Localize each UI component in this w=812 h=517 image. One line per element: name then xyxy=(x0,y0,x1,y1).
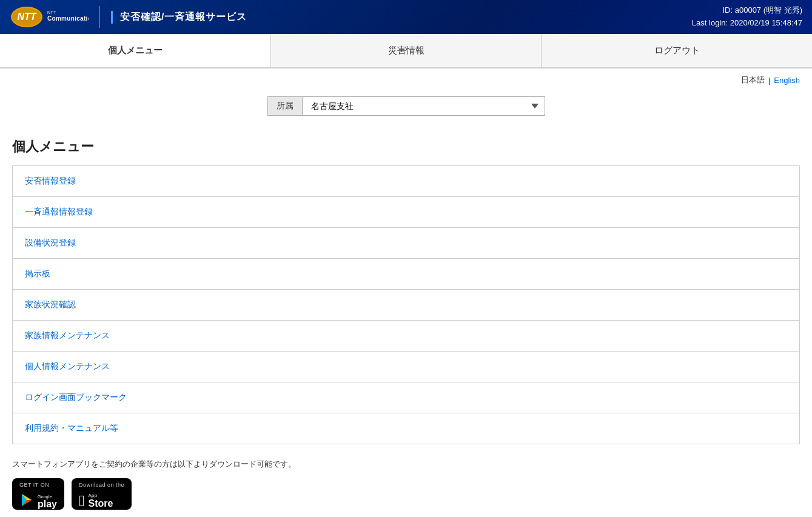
main-content: 個人メニュー 安否情報登録 一斉通報情報登録 設備状況登録 掲示板 家族状況確認… xyxy=(0,128,812,517)
affiliation-label: 所属 xyxy=(267,96,303,116)
apple-download-on: Download on the xyxy=(79,482,124,488)
lang-japanese[interactable]: 日本語 xyxy=(741,75,765,85)
service-title: 安否確認/一斉通報サービス xyxy=(111,11,247,24)
page-title: 個人メニュー xyxy=(12,138,800,156)
header-divider xyxy=(99,6,100,28)
menu-item-login-bookmark[interactable]: ログイン画面ブックマーク xyxy=(13,382,799,413)
menu-item-bulletin-board[interactable]: 掲示板 xyxy=(13,259,799,290)
logo-area: NTT NTT Communications 安否確認/一斉通報サービス xyxy=(10,5,247,28)
menu-item-personal-info[interactable]: 個人情報メンテナンス xyxy=(13,352,799,382)
app-store-subtext: App xyxy=(89,493,113,498)
google-play-text: Google play xyxy=(38,495,57,510)
menu-item-family-status[interactable]: 家族状況確認 xyxy=(13,290,799,321)
menu-list: 安否情報登録 一斉通報情報登録 設備状況登録 掲示板 家族状況確認 家族情報メン… xyxy=(12,165,800,444)
google-play-subtext: Google xyxy=(38,495,57,499)
main-nav: 個人メニュー 災害情報 ログアウト xyxy=(0,34,812,68)
app-badges: GET IT ON Google play xyxy=(12,478,800,510)
language-bar: 日本語 | English xyxy=(0,68,812,92)
google-play-name: play xyxy=(38,499,57,510)
app-section: スマートフォンアプリをご契約の企業等の方は以下よりダウンロード可能です。 GET… xyxy=(12,459,800,517)
svg-text:Communications: Communications xyxy=(47,15,89,22)
google-play-badge[interactable]: GET IT ON Google play xyxy=(12,478,64,510)
menu-item-family-info[interactable]: 家族情報メンテナンス xyxy=(13,321,799,352)
apple-icon:  xyxy=(79,493,85,509)
google-play-svg xyxy=(19,493,34,507)
lang-english[interactable]: English xyxy=(774,76,800,85)
nav-item-personal-menu[interactable]: 個人メニュー xyxy=(0,34,271,67)
user-id: ID: a00007 (明智 光秀) xyxy=(692,4,802,17)
google-play-content: Google play xyxy=(19,493,57,511)
last-login: Last login: 2020/02/19 15:48:47 xyxy=(692,17,802,30)
svg-text:NTT: NTT xyxy=(47,10,56,15)
menu-item-terms[interactable]: 利用規約・マニュアル等 xyxy=(13,413,799,444)
app-store-text: App Store xyxy=(89,493,113,509)
user-info: ID: a00007 (明智 光秀) Last login: 2020/02/1… xyxy=(692,4,802,30)
header: NTT NTT Communications 安否確認/一斉通報サービス ID:… xyxy=(0,0,812,34)
app-description: スマートフォンアプリをご契約の企業等の方は以下よりダウンロード可能です。 xyxy=(12,459,800,470)
app-store-name: Store xyxy=(89,498,113,509)
nav-item-logout[interactable]: ログアウト xyxy=(542,34,812,67)
google-play-icon xyxy=(19,493,34,511)
lang-divider: | xyxy=(768,76,770,85)
google-get-it-on: GET IT ON xyxy=(19,482,49,488)
app-store-badge[interactable]: Download on the  App Store xyxy=(72,478,132,510)
ntt-logo-svg: NTT NTT Communications xyxy=(10,5,89,28)
affiliation-wrapper: 所属 名古屋支社 xyxy=(267,96,545,116)
affiliation-select[interactable]: 名古屋支社 xyxy=(303,96,545,116)
affiliation-bar: 所属 名古屋支社 xyxy=(0,92,812,128)
svg-text:NTT: NTT xyxy=(17,12,36,22)
menu-item-equipment-registration[interactable]: 設備状況登録 xyxy=(13,228,799,259)
nav-item-disaster-info[interactable]: 災害情報 xyxy=(271,34,542,67)
menu-item-broadcast-registration[interactable]: 一斉通報情報登録 xyxy=(13,197,799,228)
ntt-logo: NTT NTT Communications xyxy=(10,5,89,28)
app-store-content:  App Store xyxy=(79,493,113,509)
menu-item-safety-registration[interactable]: 安否情報登録 xyxy=(13,166,799,197)
